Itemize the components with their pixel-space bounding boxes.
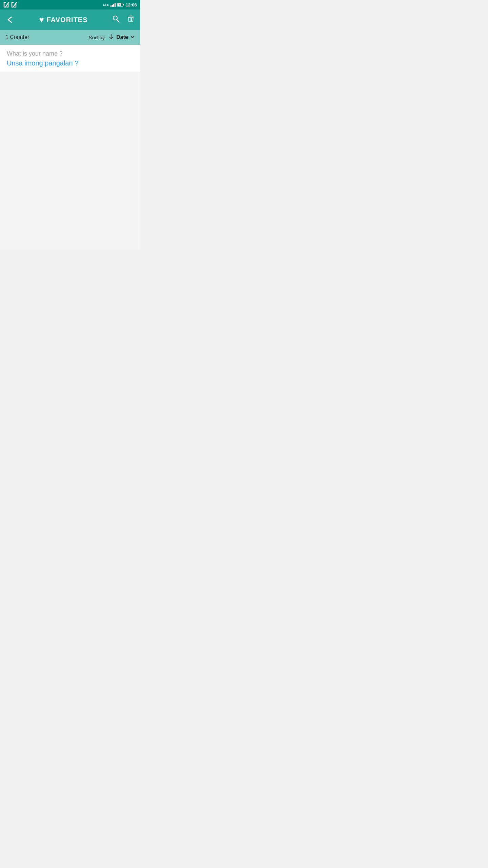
sort-dropdown-icon bbox=[130, 35, 135, 40]
signal-bars-icon bbox=[110, 3, 116, 7]
status-bar-right: LTE 12:06 bbox=[103, 2, 137, 7]
svg-line-8 bbox=[117, 20, 119, 22]
battery-icon bbox=[117, 3, 124, 7]
svg-point-7 bbox=[113, 16, 117, 20]
toolbar: ♥ FAVORITES bbox=[0, 9, 140, 30]
sort-bar: 1 Counter Sort by: Date bbox=[0, 30, 140, 45]
counter-text: 1 Counter bbox=[5, 34, 29, 40]
status-time: 12:06 bbox=[126, 2, 137, 7]
status-bar: LTE 12:06 bbox=[0, 0, 140, 9]
svg-rect-10 bbox=[129, 16, 132, 16]
status-bar-left bbox=[3, 2, 17, 8]
heart-icon: ♥ bbox=[39, 15, 44, 24]
back-button[interactable] bbox=[5, 15, 15, 24]
sort-by-label: Sort by: bbox=[89, 35, 106, 40]
svg-line-1 bbox=[8, 2, 9, 3]
item-secondary-text: Unsa imong pangalan ? bbox=[7, 59, 134, 67]
toolbar-actions bbox=[112, 15, 135, 25]
delete-button[interactable] bbox=[127, 15, 135, 25]
main-content: What is your name ? Unsa imong pangalan … bbox=[0, 45, 140, 250]
list-item[interactable]: What is your name ? Unsa imong pangalan … bbox=[0, 45, 140, 73]
sort-controls[interactable]: Sort by: Date bbox=[89, 34, 135, 41]
sort-direction-icon bbox=[108, 34, 114, 41]
item-primary-text: What is your name ? bbox=[7, 50, 134, 57]
lte-badge: LTE bbox=[103, 3, 108, 6]
sort-field-label: Date bbox=[116, 34, 128, 40]
search-button[interactable] bbox=[112, 15, 120, 25]
n-logo-2-icon bbox=[11, 2, 17, 8]
toolbar-title: FAVORITES bbox=[47, 16, 88, 24]
svg-rect-6 bbox=[123, 4, 124, 5]
toolbar-title-group: ♥ FAVORITES bbox=[39, 15, 87, 24]
n-logo-1-icon bbox=[3, 2, 9, 8]
svg-line-3 bbox=[16, 2, 17, 3]
